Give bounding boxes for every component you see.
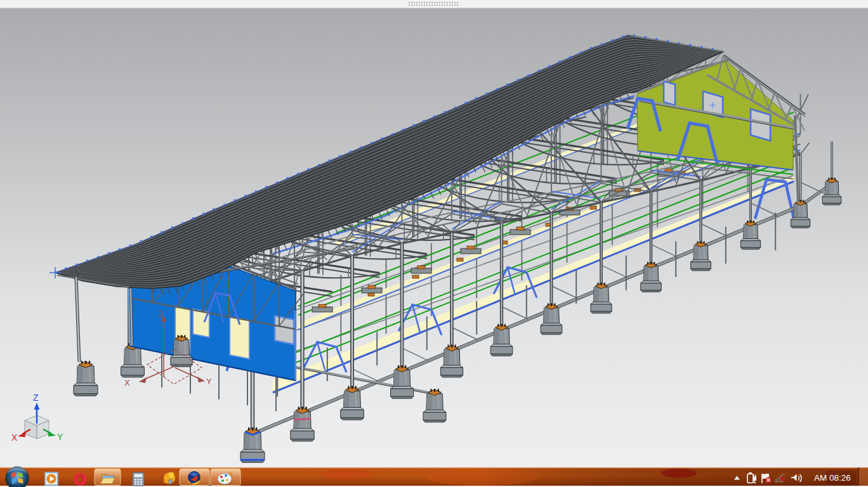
svg-text:X: X: [11, 432, 18, 443]
svg-text:Z: Z: [33, 393, 39, 403]
svg-text:Z: Z: [159, 309, 164, 319]
svg-text:X: X: [124, 378, 130, 387]
svg-text:Y: Y: [57, 432, 63, 442]
svg-text:Y: Y: [206, 377, 212, 386]
svg-text:AM 08:26: AM 08:26: [814, 473, 851, 483]
